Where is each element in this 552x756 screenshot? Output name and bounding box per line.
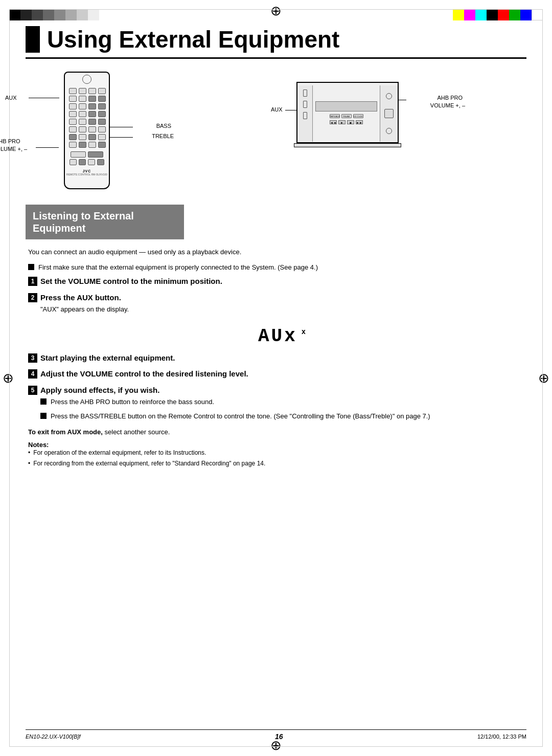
unit-ahb-label: AHB PRO (437, 95, 463, 101)
diagrams-section: AUX AHB PRO VOLUME +, – BASS TREBLE (26, 72, 526, 189)
section-title-line1: Listening to External (33, 210, 177, 222)
remote-btn-14 (79, 111, 86, 117)
remote-small-btn-4 (97, 159, 104, 165)
step-2: 2 Press the AUX button. "AUX" appears on… (28, 293, 526, 347)
step-5-bullet-1: Press the AHB PRO button to reinforce th… (40, 397, 526, 407)
unit-body: TAPE/AUX FM-AM CD Ch/18 ◄◄ ► ■ ►► (296, 82, 399, 143)
remote-btn-15 (88, 111, 96, 117)
step-5-bullet-2-text: Press the BASS/TREBLE button on the Remo… (51, 411, 430, 421)
remote-wide-btn (71, 151, 86, 158)
page-footer: EN10-22.UX-V100[B]f 16 12/12/00, 12:33 P… (26, 729, 526, 741)
remote-wide-btn-2 (88, 151, 103, 158)
remote-btn-4 (98, 88, 106, 94)
page-number: 16 (275, 732, 283, 741)
remote-ir-emitter (82, 75, 91, 84)
exit-text: To exit from AUX mode, select another so… (28, 427, 526, 437)
remote-btn-17 (69, 119, 77, 125)
unit-top-buttons: TAPE/AUX FM-AM CD Ch/18 (315, 114, 377, 118)
color-bar-6 (65, 9, 77, 20)
unit-center-panel: TAPE/AUX FM-AM CD Ch/18 ◄◄ ► ■ ►► (313, 83, 380, 142)
crosshair-top: ⊕ (270, 4, 282, 17)
main-content: Using External Equipment AUX AHB PRO VOL… (26, 26, 526, 730)
unit-connector-3 (303, 112, 307, 119)
remote-btn-22 (79, 126, 86, 132)
unit-btn-next: ►► (356, 120, 363, 124)
title-section: Using External Equipment (26, 26, 526, 59)
remote-small-btn-1 (70, 159, 77, 165)
unit-display (315, 101, 377, 112)
note-text-1: For operation of the external equipment,… (33, 449, 206, 457)
remote-btn-10 (79, 103, 86, 109)
remote-btn-20 (98, 119, 106, 125)
color-bars-top-right (453, 9, 543, 20)
unit-transport-controls: ◄◄ ► ■ ►► (315, 120, 377, 124)
remote-btn-21 (69, 126, 77, 132)
remote-btn-24 (98, 126, 106, 132)
step-3-number: 3 (28, 353, 37, 363)
color-bar-red (498, 9, 509, 20)
note-item-1: • For operation of the external equipmen… (28, 449, 526, 457)
color-bar-green (509, 9, 520, 20)
remote-bass-label: BASS (156, 123, 171, 129)
remote-btn-1 (69, 88, 77, 94)
unit-btn-play: ► (338, 120, 346, 124)
remote-btn-9 (69, 103, 77, 109)
step-3-title: Start playing the external equipment. (40, 353, 175, 363)
color-bar-5 (54, 9, 65, 20)
step-2-sub: "AUX" appears on the display. (40, 304, 526, 315)
remote-btn-31 (88, 142, 96, 148)
page-title: Using External Equipment (47, 26, 340, 53)
step-2-number: 2 (28, 293, 37, 302)
exit-text-bold: To exit from AUX mode, (28, 428, 103, 436)
remote-ahb-line (36, 147, 59, 148)
remote-treble-label: TREBLE (152, 133, 174, 139)
remote-btn-27 (88, 134, 96, 140)
remote-btn-19 (88, 119, 96, 125)
step-1: 1 Set the VOLUME control to the minimum … (28, 276, 526, 286)
unit-btn-1: TAPE/AUX (330, 114, 340, 118)
color-bar-k (487, 9, 498, 20)
step-1-number: 1 (28, 277, 37, 286)
step-5-bullet-1-text: Press the AHB PRO button to reinforce th… (51, 397, 214, 407)
bullet-item-1: First make sure that the external equipm… (28, 262, 526, 273)
color-bar-magenta (464, 9, 475, 20)
color-bar-white (532, 9, 543, 20)
unit-diagram: AUX AHB PRO VOLUME +, – TAPE/AUX (281, 82, 424, 147)
remote-btn-3 (88, 88, 96, 94)
remote-btn-29 (69, 142, 77, 148)
remote-btn-11 (88, 103, 96, 109)
color-bar-3 (32, 9, 43, 20)
remote-btn-5 (69, 96, 77, 102)
svg-text:x: x (302, 327, 306, 336)
color-bars-top-left (9, 9, 99, 20)
section-title-line2: Equipment (33, 222, 177, 234)
remote-aux-line (29, 98, 59, 98)
bullet-square-5-1 (40, 398, 47, 405)
unit-square-btn (384, 109, 394, 118)
step-4: 4 Adjust the VOLUME control to the desir… (28, 369, 526, 379)
color-bar-2 (20, 9, 32, 20)
remote-body: JVC REMOTE CONTROL RM-SUXV100 (64, 72, 110, 189)
remote-btn-2 (79, 88, 86, 94)
remote-small-btn-2 (79, 159, 86, 165)
aux-display-graphic: AUx x (40, 320, 526, 347)
step-3-header: 3 Start playing the external equipment. (28, 353, 526, 363)
intro-text: You can connect an audio equipment — use… (28, 247, 526, 257)
remote-btn-16 (98, 111, 106, 117)
remote-btn-8 (98, 96, 106, 102)
unit-right-panel (380, 85, 398, 142)
remote-btn-26 (79, 134, 86, 140)
note-bullet-2: • (28, 459, 30, 468)
remote-vol-label: VOLUME +, – (0, 146, 27, 152)
unit-connector-1 (303, 90, 307, 97)
crosshair-right: ⊕ (538, 370, 549, 386)
remote-btn-28 (98, 134, 106, 140)
color-bar-4 (43, 9, 54, 20)
steps-content: You can connect an audio equipment — use… (26, 247, 526, 468)
remote-bottom-area (65, 150, 109, 168)
remote-control-diagram: AUX AHB PRO VOLUME +, – BASS TREBLE (36, 72, 138, 189)
step-3: 3 Start playing the external equipment. (28, 353, 526, 363)
step-5-title: Apply sound effects, if you wish. (40, 385, 159, 395)
remote-aux-label: AUX (5, 95, 17, 101)
svg-text:AUx: AUx (258, 326, 297, 345)
